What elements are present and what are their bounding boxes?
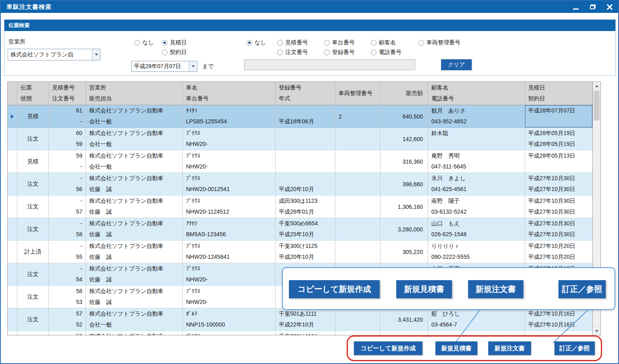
row-selector-cell [8,286,17,308]
row-selector-cell [8,218,17,240]
radio-key-vehicle-sort-no[interactable]: 車両整理番号 [418,39,460,46]
cell-status: 見積 [17,105,49,127]
radio-key-phone[interactable]: 電話番号 [371,49,402,56]
table-row[interactable]: 見積 59- 株式会社ソフトプラン自動車会社一般 ﾌﾟﾘｳｽNHW20- 316… [8,150,592,173]
keyword-input[interactable] [244,59,415,70]
clear-button[interactable]: クリア [441,59,472,70]
window-title: 車販注文書検索 [6,3,52,11]
radio-key-reg-no[interactable]: 登録番号 [324,49,355,56]
radio-key-none[interactable]: なし [247,39,266,46]
cell-customer: 南野 陽子03-6132-5242 [428,196,525,218]
office-label: 営業所 [8,38,25,46]
radio-dot [277,50,283,55]
cell-status: 注文 [17,173,49,195]
new-estimate-button[interactable]: 新規見積書 [435,341,477,355]
row-selector-cell [8,263,17,285]
cell-registration: 千葉501あ1111平成22年10月 [276,308,335,331]
table-row[interactable]: 注文 -57 株式会社ソフトプラン自動車佐藤 誠 ﾌﾟﾘｳｽNHW20-1124… [8,196,592,218]
edit-reference-button[interactable]: 訂正／参照 [554,341,595,355]
copy-create-new-button[interactable]: コピーして新規作成 [354,341,422,355]
new-order-button[interactable]: 新規注文書 [488,341,531,355]
cell-numbers: -57 [49,196,86,218]
radio-key-customer[interactable]: 顧客名 [371,39,396,46]
row-selector-cell [8,128,17,150]
radio-estimate-date[interactable]: 見積日 [162,39,187,46]
radio-dot [371,40,376,46]
row-selector-cell [8,196,17,218]
edit-reference-button-large[interactable]: 訂正／参照 [558,280,606,298]
cell-car: ﾀｲﾀﾝLPS85-1255454 [183,105,276,127]
cell-registration [276,128,335,150]
table-row[interactable]: 注文 6059 株式会社ソフトプラン自動車会社一般 ﾌﾟﾘｳｽNHW20- 14… [8,128,592,150]
office-select[interactable]: 株式会社ソフトプラン自 [8,49,100,60]
cell-status: 注文 [17,263,49,285]
radio-date-none[interactable]: なし [134,39,154,46]
cell-customer: 山口 もえ026-625-1548 [428,218,525,240]
minimize-button[interactable] [567,1,584,13]
radio-contract-date[interactable]: 契約日 [162,49,187,56]
cell-car: ｱｸｾﾗBM5AS-123456 [183,218,276,240]
cell-registration: 平成18年06月 [276,105,335,127]
cell-dates: 平成27年10月16日平成27年10月16日 [525,308,592,331]
radio-dot [162,50,167,55]
cell-car: ﾎﾟﾙﾃNNP15-100000 [183,308,276,331]
scroll-up-button[interactable] [593,82,600,90]
radio-key-chassis-no[interactable]: 車台番号 [324,39,355,46]
cell-dates: 平成27年10月30日平成27年10月30日 [525,218,592,240]
cell-status: 計上済 [17,241,49,263]
close-button[interactable] [601,1,618,13]
row-selector-cell [8,150,17,173]
radio-key-estimate-no[interactable]: 見積番号 [277,39,308,46]
header-status: 伝票状態 [17,82,49,105]
table-row[interactable]: 注文 -58 株式会社ソフトプラン自動車佐藤 誠 ｱｸｾﾗBM5AS-12345… [8,218,592,241]
header-car: 車名車台番号 [183,82,276,105]
cell-dates: 平成28年05月13日 [525,150,592,173]
cell-sales-amount: 142,600 [381,128,428,150]
cell-sales-amount [381,331,428,335]
cell-vehicle-sort-no [335,241,381,263]
cell-status: 注文 [17,196,49,218]
radio-dot [371,50,376,55]
radio-key-order-no[interactable]: 注文番号 [277,49,308,56]
cell-car: ﾌﾟﾘｳｽNHW20-0012541 [183,173,276,195]
table-row[interactable]: 見積 61- 株式会社ソフトプラン自動車会社一般 ﾀｲﾀﾝLPS85-12554… [8,105,592,128]
new-estimate-button-large[interactable]: 新規見積書 [396,280,452,298]
date-select-value: 平成28年07月07日 [132,61,189,71]
chevron-down-icon[interactable] [189,61,197,71]
cell-sales-amount: 398,660 [381,173,428,195]
cell-numbers: 61- [49,105,86,127]
cell-status: 注文 [17,128,49,150]
cell-registration: 千葉300け1125平成20年10月 [276,241,335,263]
table-row[interactable]: 注文 -56 株式会社ソフトプラン自動車佐藤 誠 ﾌﾟﾘｳｽNHW20-0012… [8,173,592,196]
scroll-down-button[interactable] [593,327,600,335]
cell-registration [276,150,335,173]
cell-customer: 氷川 きよし041-625-4561 [428,173,525,195]
selected-row-arrow-icon [11,114,14,119]
scrollbar-thumb[interactable] [594,91,600,121]
cell-status: 注文 [17,218,49,240]
cell-sales-amount: 305,220 [381,241,428,263]
table-row[interactable]: 56 株式会社ソフトプラン自動車 ﾌﾟﾘｳｽ 千葉300け1124 [8,331,592,335]
table-row[interactable]: 計上済 -55 株式会社ソフトプラン自動車佐藤 誠 ﾌﾟﾘｳｽNHW20-124… [8,241,592,263]
close-icon [606,4,613,10]
new-order-button-large[interactable]: 新規注文書 [468,280,523,298]
cell-car: ﾌﾟﾘｳｽ [183,331,276,335]
restore-button[interactable] [584,1,601,13]
cell-numbers: 5752 [49,308,86,331]
cell-numbers: -56 [49,173,86,195]
header-sales-amount: 販売額 [381,82,428,105]
minimize-icon [573,8,579,10]
cell-office: 株式会社ソフトプラン自動車会社一般 [86,308,183,331]
cell-vehicle-sort-no [335,128,381,150]
header-numbers: 見積番号注文番号 [49,82,86,105]
chevron-down-icon[interactable] [92,49,100,60]
date-select[interactable]: 平成28年07月07日 [131,61,197,72]
cell-office: 株式会社ソフトプラン自動車佐藤 誠 [86,263,183,285]
header-office: 営業所販売担当 [86,82,183,105]
cell-office: 株式会社ソフトプラン自動車佐藤 誠 [86,196,183,218]
cell-car: ﾌﾟﾘｳｽNHW20- [183,128,276,150]
row-selector-cell [8,241,17,263]
cell-numbers: 59- [49,150,86,173]
copy-create-new-button-large[interactable]: コピーして新規作成 [289,280,380,298]
table-row[interactable]: 注文 5752 株式会社ソフトプラン自動車会社一般 ﾎﾟﾙﾃNNP15-1000… [8,308,592,331]
